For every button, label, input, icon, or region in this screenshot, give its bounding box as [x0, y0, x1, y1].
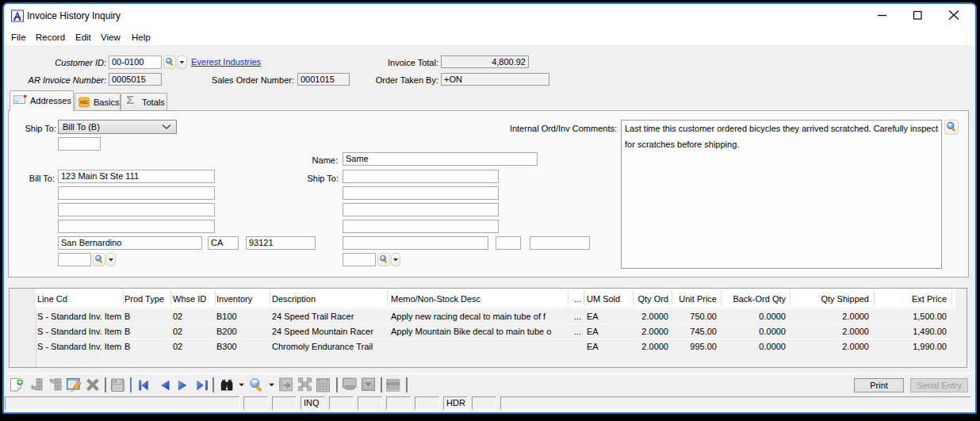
svg-text:ABC: ABC: [79, 100, 88, 105]
